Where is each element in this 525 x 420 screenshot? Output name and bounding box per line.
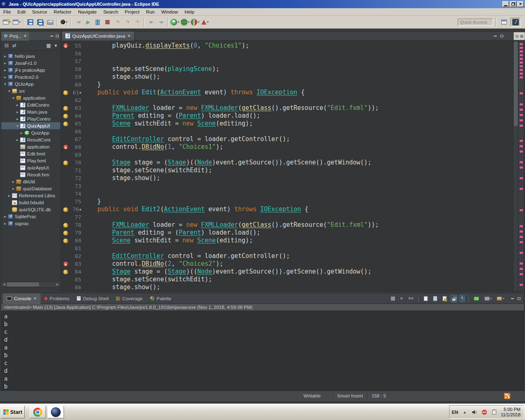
menu-item-project[interactable]: Project xyxy=(121,9,143,15)
code-line[interactable]: 79 Parent editing = (Parent) loader.load… xyxy=(62,229,512,237)
tree-expand-arrow-icon[interactable]: ▸ xyxy=(3,75,7,79)
code-line[interactable]: 60 } xyxy=(62,81,512,89)
tree-item-sqliteprac[interactable]: ▸SqlitePrac xyxy=(1,213,60,220)
tree-expand-arrow-icon[interactable]: ▸ xyxy=(15,117,20,121)
display-selected-console-button[interactable] xyxy=(472,295,480,302)
coverage-button[interactable]: ▾ xyxy=(190,17,200,27)
step-over-button[interactable]: ↷ xyxy=(122,17,132,27)
open-console-button[interactable]: ▾ xyxy=(483,295,493,302)
explorer-horizontal-scrollbar[interactable]: ◄ ► xyxy=(1,281,60,287)
tree-expand-arrow-icon[interactable]: ▸ xyxy=(3,68,7,72)
remove-all-launches-button[interactable]: ×× xyxy=(407,295,415,302)
pause-button[interactable] xyxy=(93,17,103,27)
editor-vertical-scrollbar[interactable] xyxy=(513,41,518,291)
record-button[interactable]: ▾ xyxy=(59,17,69,27)
annotation-mark[interactable] xyxy=(520,76,523,78)
tree-item-quizapp[interactable]: ▸QuizApp xyxy=(1,129,60,136)
code-line[interactable]: 84 Stage stage = (Stage)((Node)event.get… xyxy=(62,268,512,276)
step-return-button[interactable]: ↷ xyxy=(132,17,142,27)
tree-item-application[interactable]: ▾application xyxy=(1,94,60,101)
code-line[interactable]: 66 xyxy=(62,128,512,135)
open-perspective-button[interactable] xyxy=(499,18,509,27)
annotation-mark[interactable] xyxy=(520,167,523,169)
quickfix-warning-icon[interactable] xyxy=(62,269,69,274)
tab-console[interactable]: Console× xyxy=(3,293,41,304)
tree-item-quizsqlite-db[interactable]: quizSQLITE.db xyxy=(1,206,60,213)
tree-item-quizappui[interactable]: ▾QuizAppUI xyxy=(1,122,60,129)
code-line[interactable]: 75 } xyxy=(62,198,512,205)
annotation-mark[interactable] xyxy=(520,284,523,286)
annotation-mark[interactable] xyxy=(520,262,523,265)
restore-view-icon[interactable]: ▦ xyxy=(520,34,524,38)
code-line[interactable]: 56 xyxy=(62,50,512,57)
menu-item-search[interactable]: Search xyxy=(100,9,121,15)
maximize-view-icon[interactable] xyxy=(56,35,59,37)
minimize-view-icon[interactable] xyxy=(494,36,497,37)
save-all-button[interactable] xyxy=(35,17,45,27)
remove-launch-button[interactable]: × xyxy=(399,295,404,302)
annotation-mark[interactable] xyxy=(520,209,523,211)
scroll-lock-button[interactable] xyxy=(451,295,457,302)
taskbar-clock[interactable]: 5:00 PM 11/1/2018 xyxy=(501,407,521,418)
code-line[interactable]: 81 xyxy=(62,244,512,252)
tree-item-play-fxml[interactable]: Play.fxml xyxy=(1,157,60,164)
code-line[interactable]: 62 xyxy=(62,96,512,104)
tree-item-edit-fxml[interactable]: Edit.fxml xyxy=(1,150,60,157)
error-marker-icon[interactable] xyxy=(62,144,69,150)
java-perspective-button[interactable]: J xyxy=(510,18,521,27)
code-line[interactable]: 71 stage.setScene(switchEdit); xyxy=(62,167,512,174)
eclipse-taskbar-button[interactable] xyxy=(48,406,64,418)
presentation-button[interactable]: ▦ xyxy=(46,43,51,48)
code-line[interactable]: 69 xyxy=(62,151,512,159)
tree-item-practice2-0[interactable]: ▸Practice2.0 xyxy=(1,73,60,80)
annotation-mark[interactable] xyxy=(520,92,523,94)
annotation-mark[interactable] xyxy=(520,114,523,116)
debug-button[interactable]: ▾ xyxy=(180,17,190,27)
annotation-mark[interactable] xyxy=(520,268,523,270)
code-line[interactable]: 68 control.DBidNo(1, "Choices1"); xyxy=(62,143,512,151)
menu-item-navigate[interactable]: Navigate xyxy=(75,9,100,15)
code-line[interactable]: 63 FXMLLoader loader = new FXMLLoader(ge… xyxy=(62,104,512,112)
skip-breakpoints-button[interactable] xyxy=(73,17,83,27)
minimize-view-icon[interactable] xyxy=(50,36,53,37)
code-line[interactable]: 73 xyxy=(62,182,512,190)
menu-item-help[interactable]: Help xyxy=(181,9,198,15)
quickfix-warning-icon[interactable] xyxy=(62,106,69,111)
terminate-button[interactable] xyxy=(390,295,396,302)
menu-item-window[interactable]: Window xyxy=(158,9,181,15)
code-line[interactable]: 67 EditController control = loader.getCo… xyxy=(62,135,512,143)
print-button[interactable] xyxy=(45,17,55,27)
tree-item-javafx1-0[interactable]: ▸JavaFx1.0 xyxy=(1,59,60,66)
quick-access-input[interactable]: Quick Access xyxy=(458,18,493,26)
tree-expand-arrow-icon[interactable]: ▸ xyxy=(3,221,7,226)
tree-item-quizdatabase[interactable]: ▸quizDatabase xyxy=(1,185,60,192)
annotation-mark[interactable] xyxy=(520,225,523,227)
annotation-mark[interactable] xyxy=(520,73,523,75)
tree-expand-arrow-icon[interactable]: ▸ xyxy=(15,138,20,142)
notification-feed-icon[interactable] xyxy=(504,393,510,399)
error-marker-icon[interactable] xyxy=(62,261,69,267)
new-button[interactable]: ▾ xyxy=(2,17,11,27)
tree-item-build-fxbuild[interactable]: build.fxbuild xyxy=(1,199,60,206)
annotation-mark[interactable] xyxy=(520,161,523,163)
annotation-mark[interactable] xyxy=(520,103,523,105)
quickfix-warning-icon[interactable] xyxy=(62,114,69,119)
code-line[interactable]: 80 Scene switchEdit = new Scene(editing)… xyxy=(62,237,512,244)
tree-item-referenced-libra[interactable]: ▸Referenced Libra xyxy=(1,192,60,199)
resume-button[interactable]: ▶ xyxy=(83,17,93,27)
annotation-mark[interactable] xyxy=(520,145,523,147)
new-console-view-button[interactable]: ▾ xyxy=(495,295,505,302)
tree-item-editcontro[interactable]: ▸EditContro xyxy=(1,101,60,108)
volume-icon[interactable] xyxy=(471,409,478,415)
tree-collapse-arrow-icon[interactable]: ▾ xyxy=(3,82,7,86)
annotation-mark[interactable] xyxy=(520,69,523,71)
code-line[interactable]: 83 control.DBidNo(2, "Choices2"); xyxy=(62,260,512,268)
language-indicator[interactable]: EN xyxy=(452,410,458,415)
annotation-mark[interactable] xyxy=(520,236,523,238)
restore-button[interactable] xyxy=(510,1,516,7)
tab-coverage[interactable]: Coverage xyxy=(112,293,146,304)
quickfix-warning-icon[interactable] xyxy=(62,160,69,165)
tree-expand-arrow-icon[interactable]: ▸ xyxy=(3,215,7,219)
minimize-view-icon[interactable] xyxy=(511,298,514,299)
tab-debug-shell[interactable]: Debug Shell xyxy=(73,293,112,304)
